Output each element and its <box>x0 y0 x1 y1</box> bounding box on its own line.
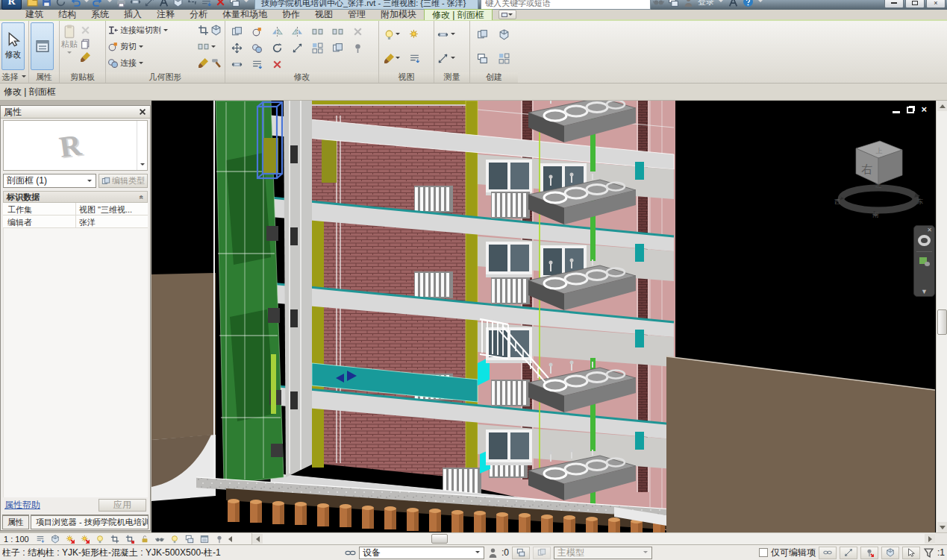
move-icon[interactable] <box>231 43 243 54</box>
rotate-icon[interactable] <box>272 43 283 54</box>
shadows-icon[interactable] <box>79 534 92 544</box>
save-icon[interactable] <box>41 0 52 7</box>
favorites-icon[interactable] <box>683 0 694 7</box>
measure-tool-icon[interactable] <box>437 29 449 40</box>
modify-tool-button[interactable]: 修改 <box>1 22 25 70</box>
parameter-row[interactable]: 编辑者 张洋 <box>3 215 148 228</box>
vcb-collapse-icon[interactable] <box>225 536 232 542</box>
panel-select-label[interactable]: 选择 <box>0 72 28 83</box>
temporary-view-properties-icon[interactable] <box>199 534 211 544</box>
view-cube[interactable]: 北 东 南 西 右 上 <box>832 138 929 224</box>
visual-style-icon[interactable] <box>49 534 62 544</box>
thin-lines-toggle-icon[interactable] <box>409 53 420 64</box>
compass-west-label[interactable]: 西 <box>834 198 840 205</box>
view-close-icon[interactable]: × <box>921 106 927 113</box>
vertical-scrollbar[interactable] <box>936 101 947 532</box>
tab-collaborate[interactable]: 协作 <box>275 9 307 20</box>
join-end-cut-button[interactable]: 连接端切割 <box>107 22 169 38</box>
wall-joins-icon[interactable] <box>210 25 222 36</box>
render-icon[interactable] <box>409 29 420 40</box>
tab-insert[interactable]: 插入 <box>116 9 149 20</box>
compass-south-label[interactable]: 南 <box>872 212 879 218</box>
measure-icon[interactable] <box>130 0 141 7</box>
tab-massing-site[interactable]: 体量和场地 <box>215 9 275 20</box>
active-design-option-select[interactable]: 主模型 <box>554 547 652 559</box>
minimize-button[interactable] <box>884 0 904 8</box>
compass-east-label[interactable]: 东 <box>917 198 923 205</box>
apply-button[interactable]: 应用 <box>99 499 146 512</box>
print-icon[interactable] <box>116 0 127 7</box>
dimension-caret[interactable] <box>451 57 455 61</box>
cope-caret[interactable] <box>211 45 216 50</box>
scroll-left-icon[interactable] <box>252 534 263 544</box>
show-rendering-dialog-icon[interactable] <box>94 534 107 544</box>
align-icon[interactable] <box>231 26 243 37</box>
tab-project-browser[interactable]: 项目浏览器 - 技师学院机电培训... <box>31 515 149 529</box>
dimension-tool-icon[interactable] <box>437 53 449 64</box>
view-cube-faces[interactable]: 右 上 <box>856 141 902 184</box>
view-visibility-icon[interactable] <box>384 29 395 40</box>
editable-only-checkbox[interactable] <box>759 548 768 557</box>
drag-on-selection-toggle[interactable] <box>902 547 920 559</box>
help-icon[interactable] <box>743 0 754 7</box>
cut-geometry-button[interactable]: 剪切 <box>107 39 169 54</box>
scroll-down-icon[interactable] <box>937 522 947 532</box>
preview-caret[interactable] <box>137 121 147 170</box>
drawing-area[interactable]: × 北 东 南 西 右 上 ✕ ▼ <box>151 101 947 532</box>
view-scale-button[interactable]: 1 : 100 <box>4 535 29 544</box>
scroll-up-icon[interactable] <box>937 101 947 111</box>
active-workset-select[interactable]: 设备 <box>359 547 484 559</box>
split-element-icon[interactable] <box>312 26 323 37</box>
tab-addins[interactable]: 附加模块 <box>373 9 424 20</box>
redo-icon[interactable] <box>93 0 104 7</box>
match-type-icon[interactable] <box>80 51 91 63</box>
edit-type-button[interactable]: 编辑类型 <box>99 174 148 188</box>
trim-corner-icon[interactable] <box>231 59 243 70</box>
help-search-box[interactable] <box>481 0 651 10</box>
visibility-graphics-icon[interactable] <box>384 53 395 64</box>
select-pinned-toggle[interactable] <box>860 547 878 559</box>
worksets-dialog-button[interactable] <box>512 547 530 559</box>
scale-icon[interactable] <box>332 43 343 54</box>
select-links-toggle[interactable] <box>819 547 837 559</box>
paint-icon[interactable] <box>198 57 209 69</box>
pin-icon[interactable] <box>352 43 363 54</box>
design-options-button[interactable] <box>533 547 551 559</box>
mirror-draw-axis-icon[interactable] <box>292 26 303 37</box>
help-search-input[interactable] <box>481 0 650 7</box>
measure-caret[interactable] <box>451 33 455 37</box>
editable-worksets-icon[interactable] <box>345 547 356 559</box>
join-geometry-button[interactable]: 连接 <box>107 55 169 71</box>
vertical-scroll-thumb[interactable] <box>937 309 947 335</box>
select-underlay-toggle[interactable] <box>840 547 857 559</box>
tab-annotate[interactable]: 注释 <box>149 9 182 20</box>
identity-data-section[interactable]: 标识数据 « <box>3 191 148 203</box>
copy-icon[interactable] <box>251 43 263 54</box>
copy-to-clipboard-icon[interactable] <box>80 38 91 49</box>
view-cube-top-face-label[interactable]: 上 <box>876 147 883 154</box>
mirror-pick-axis-icon[interactable] <box>272 26 283 37</box>
show-crop-region-icon[interactable] <box>124 534 137 544</box>
navbar-expand-icon[interactable]: ▼ <box>921 289 928 295</box>
unpin-icon[interactable] <box>352 26 363 37</box>
selection-filter-count[interactable]: :1 <box>937 547 945 558</box>
redo-caret[interactable] <box>107 0 112 4</box>
split-with-gap-icon[interactable] <box>332 26 343 37</box>
zoom-icon[interactable] <box>919 257 930 266</box>
sign-in-button[interactable]: 登录 <box>698 0 714 7</box>
tab-manage[interactable]: 管理 <box>340 9 373 20</box>
editing-requests-icon[interactable] <box>487 547 498 559</box>
temporary-hide-isolate-icon[interactable] <box>154 534 166 544</box>
help-caret[interactable] <box>758 0 763 4</box>
parameter-row[interactable]: 工作集 视图 "三维视... <box>3 203 148 215</box>
search-binoculars-icon[interactable] <box>653 0 664 7</box>
tab-analyze[interactable]: 分析 <box>182 9 215 20</box>
section-collapse-icon[interactable]: « <box>138 195 146 199</box>
cut-to-clipboard-icon[interactable] <box>80 25 91 36</box>
tab-structure[interactable]: 结构 <box>51 9 84 20</box>
exchange-apps-icon[interactable] <box>728 0 739 7</box>
steering-wheel-icon[interactable] <box>918 235 931 246</box>
view-cube-front-face-label[interactable]: 右 <box>861 163 873 175</box>
tab-architecture[interactable]: 建筑 <box>18 9 51 20</box>
create-group-icon[interactable] <box>477 29 488 40</box>
